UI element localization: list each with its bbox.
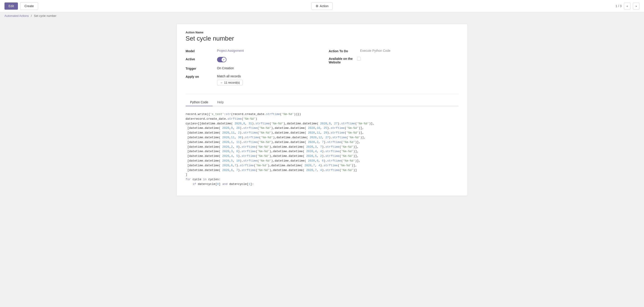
model-value[interactable]: Project Assignment xyxy=(217,49,244,52)
model-row: Model Project Assignment xyxy=(186,49,316,53)
code-line-6: [datetime.datetime( 2020,11, 30).strftim… xyxy=(186,135,458,140)
breadcrumb-separator: / xyxy=(31,14,32,18)
code-line-10: [datetime.datetime( 2020,4, 5).strftime(… xyxy=(186,154,458,159)
active-row: Active xyxy=(186,57,316,62)
breadcrumb-current: Set cycle number xyxy=(34,14,56,18)
trigger-label: Trigger xyxy=(186,66,212,70)
tab-help[interactable]: Help xyxy=(212,98,228,106)
active-label: Active xyxy=(186,57,212,61)
main-content: Action Name Set cycle number Model Proje… xyxy=(0,19,644,200)
code-line-2: date=record.create_date.strftime('%m-%d'… xyxy=(186,117,458,122)
action-button[interactable]: ⚙ Action xyxy=(311,2,333,10)
apply-on-value: Match all records xyxy=(217,74,243,78)
apply-on-label: Apply on xyxy=(186,74,212,78)
available-checkbox[interactable] xyxy=(357,57,361,60)
available-label: Available on theWebsite xyxy=(329,56,353,64)
edit-button[interactable]: Edit xyxy=(4,2,18,10)
toggle-knob xyxy=(222,57,226,62)
code-block: record.write({'x_test':str(record.create… xyxy=(186,110,458,189)
pagination: 1 / 3 ‹ › xyxy=(616,3,640,10)
prev-button[interactable]: ‹ xyxy=(624,3,630,10)
create-button[interactable]: Create xyxy=(20,2,38,10)
code-line-8: [datetime.datetime( 2020,2, 8).strftime(… xyxy=(186,145,458,150)
action-to-do-label: Action To Do xyxy=(329,49,356,53)
tab-python-code[interactable]: Python Code xyxy=(186,98,213,106)
code-line-16: if date>cycle[0] and date<cycle[1]: xyxy=(186,182,458,187)
apply-on-value-group: Match all records → 11 record(s) xyxy=(217,74,243,86)
trigger-row: Trigger On Creation xyxy=(186,66,316,70)
breadcrumb-parent[interactable]: Automated Actions xyxy=(4,14,29,18)
code-line-15: for cycle in cycles: xyxy=(186,177,458,182)
records-label: 11 record(s) xyxy=(224,81,240,84)
code-line-5: [datetime.datetime( 2020,11, 2).strftime… xyxy=(186,131,458,135)
form-right: Action To Do Execute Python Code Availab… xyxy=(329,49,458,90)
page-title: Set cycle number xyxy=(186,35,458,42)
pagination-text: 1 / 3 xyxy=(616,4,622,8)
available-label-group: Available on theWebsite xyxy=(329,57,353,64)
breadcrumb: Automated Actions / Set cycle number xyxy=(0,12,644,19)
gear-icon: ⚙ xyxy=(316,4,318,8)
code-line-1: record.write({'x_test':str(record.create… xyxy=(186,112,458,117)
code-line-3: cycles=[[datetime.datetime( 2020,8, 31).… xyxy=(186,122,458,126)
action-to-do-value: Execute Python Code xyxy=(360,49,390,52)
apply-on-row: Apply on Match all records → 11 record(s… xyxy=(186,74,316,86)
available-row: Available on theWebsite xyxy=(329,57,458,64)
arrow-icon: → xyxy=(220,81,223,84)
trigger-value: On Creation xyxy=(217,66,234,70)
action-to-do-row: Action To Do Execute Python Code xyxy=(329,49,458,53)
form-card: Action Name Set cycle number Model Proje… xyxy=(176,24,468,196)
topbar: Edit Create ⚙ Action 1 / 3 ‹ › xyxy=(0,0,644,12)
code-line-4: [datetime.datetime( 2020,9, 28).strftime… xyxy=(186,126,458,131)
code-line-14: ] xyxy=(186,172,458,177)
action-name-label: Action Name xyxy=(186,31,458,34)
next-button[interactable]: › xyxy=(633,3,640,10)
code-line-7: [datetime.datetime( 2020,1, 11).strftime… xyxy=(186,140,458,145)
action-button-label: Action xyxy=(320,4,328,8)
code-line-9: [datetime.datetime( 2020,3, 8).strftime(… xyxy=(186,149,458,154)
tabs: Python Code Help xyxy=(186,98,458,106)
active-toggle[interactable] xyxy=(217,57,226,62)
code-line-11: [datetime.datetime( 2020,5, 10).strftime… xyxy=(186,159,458,163)
code-line-12: [datetime.datetime( 2020,6,7).strftime('… xyxy=(186,163,458,168)
form-section: Model Project Assignment Active Trigger … xyxy=(186,49,458,90)
form-left: Model Project Assignment Active Trigger … xyxy=(186,49,316,90)
model-label: Model xyxy=(186,49,212,53)
records-button[interactable]: → 11 record(s) xyxy=(217,80,243,86)
code-line-13: [datetime.datetime( 2020,6, 7).strftime(… xyxy=(186,168,458,173)
